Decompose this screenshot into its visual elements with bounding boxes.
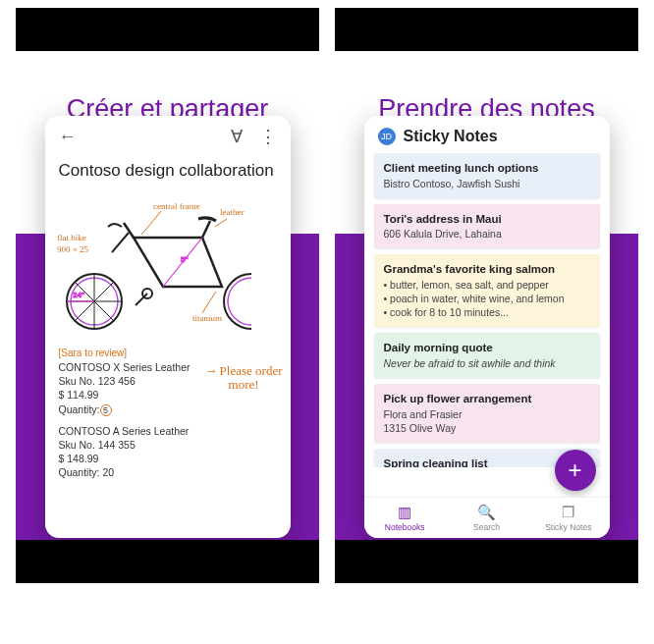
svg-text:central frame: central frame xyxy=(153,201,200,211)
svg-line-10 xyxy=(136,294,147,305)
product-1-qty: Quantity:5 xyxy=(59,402,277,416)
note-body: • butter, lemon, sea salt, and pepper • … xyxy=(384,278,590,320)
svg-text:900 × 25: 900 × 25 xyxy=(57,244,89,254)
select-all-icon[interactable]: ∀ xyxy=(226,126,247,147)
svg-line-7 xyxy=(202,221,210,238)
handwritten-note: Please order more! xyxy=(205,364,283,393)
product-2-qty: Quantity: 20 xyxy=(59,465,277,479)
phone-left: ← ∀ ⋮ Contoso design collaboration xyxy=(45,116,291,538)
product-2: CONTOSO A Series Leather Sku No. 144 355… xyxy=(45,422,291,486)
nav-sticky-notes[interactable]: ❐ Sticky Notes xyxy=(527,498,609,538)
overflow-icon[interactable]: ⋮ xyxy=(257,126,279,147)
svg-text:24": 24" xyxy=(73,291,84,299)
svg-text:leather: leather xyxy=(220,207,244,217)
note-body: Never be afraid to sit awhile and think xyxy=(384,356,590,370)
avatar[interactable]: JD xyxy=(378,128,396,145)
black-bar-top xyxy=(16,8,319,51)
svg-text:titanium: titanium xyxy=(192,313,222,323)
note-title: Pick up flower arrangement xyxy=(384,392,590,407)
black-bar-bottom xyxy=(16,540,319,583)
back-icon[interactable]: ← xyxy=(57,126,79,147)
black-bar-top xyxy=(335,8,638,51)
product-2-price: $ 148.99 xyxy=(59,452,277,465)
note-body: Bistro Contoso, Jawfish Sushi xyxy=(384,177,590,190)
product-1: CONTOSO X Series Leather Sku No. 123 456… xyxy=(45,358,291,422)
bicycle-sketch[interactable]: 24" 5" flat bike 900 × 25 central frame … xyxy=(45,188,291,346)
svg-text:flat bike: flat bike xyxy=(57,233,86,242)
search-icon: 🔍 xyxy=(477,504,496,521)
sticky-note[interactable]: Client meeting lunch optionsBistro Conto… xyxy=(374,153,600,198)
sticky-notes-title: Sticky Notes xyxy=(404,128,498,145)
notes-list: Client meeting lunch optionsBistro Conto… xyxy=(364,153,610,467)
nav-notebooks[interactable]: ▥ Notebooks xyxy=(364,498,446,538)
sticky-notes-header: JD Sticky Notes xyxy=(364,116,610,153)
nav-search[interactable]: 🔍 Search xyxy=(446,498,527,538)
svg-text:5": 5" xyxy=(181,255,188,264)
svg-line-8 xyxy=(112,233,129,252)
notebooks-icon: ▥ xyxy=(398,504,411,521)
add-note-fab[interactable]: + xyxy=(555,450,596,491)
phone-right: JD Sticky Notes Client meeting lunch opt… xyxy=(364,116,610,538)
note-body: Flora and Frasier 1315 Olive Way xyxy=(384,407,590,435)
review-tag: [Sara to review] xyxy=(45,346,291,358)
product-2-name: CONTOSO A Series Leather xyxy=(59,424,277,438)
note-body: 606 Kalula Drive, Lahaina xyxy=(384,227,590,241)
sticky-notes-icon: ❐ xyxy=(562,504,574,521)
black-bar-bottom xyxy=(335,540,638,583)
note-title: Grandma's favorite king salmon xyxy=(384,262,590,278)
note-title: Daily morning quote xyxy=(384,341,590,356)
sticky-note[interactable]: Daily morning quoteNever be afraid to si… xyxy=(374,333,600,378)
app-bar: ← ∀ ⋮ xyxy=(45,116,291,157)
sticky-note[interactable]: Grandma's favorite king salmon• butter, … xyxy=(374,254,600,327)
sticky-note[interactable]: Pick up flower arrangementFlora and Fras… xyxy=(374,384,600,443)
panel-take-notes: Prendre des notes JD Sticky Notes Client… xyxy=(335,8,638,583)
panel-create-share: Créer et partager ← ∀ ⋮ Contoso design c… xyxy=(16,8,319,583)
sticky-note[interactable]: Tori's address in Maui606 Kalula Drive, … xyxy=(374,204,600,249)
bottom-nav: ▥ Notebooks 🔍 Search ❐ Sticky Notes xyxy=(364,497,610,538)
note-title: Tori's address in Maui xyxy=(384,212,590,228)
note-title: Client meeting lunch options xyxy=(384,161,590,177)
product-2-sku: Sku No. 144 355 xyxy=(59,438,277,452)
note-title[interactable]: Contoso design collaboration xyxy=(45,157,291,188)
